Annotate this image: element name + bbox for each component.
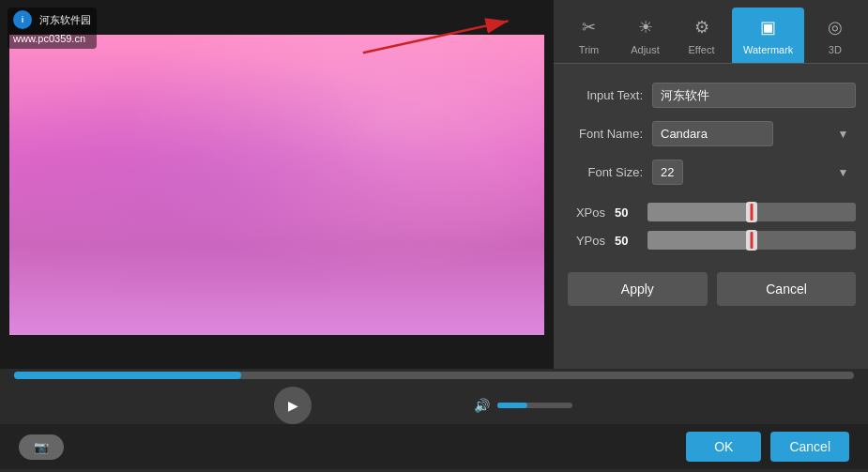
volume-icon: 🔊	[474, 398, 490, 413]
xpos-label: XPos	[568, 206, 605, 220]
ypos-slider[interactable]	[647, 231, 856, 250]
progress-track[interactable]	[14, 372, 854, 379]
font-size-arrow: ▼	[837, 166, 848, 179]
tab-effect[interactable]: ⚙ Effect	[676, 8, 727, 63]
font-size-label: Font Size:	[568, 165, 643, 179]
tab-adjust[interactable]: ☀ Adjust	[619, 8, 671, 63]
logo-line1: 河东软件园	[39, 14, 91, 25]
bottom-actions: 📷 OK Cancel	[0, 424, 868, 469]
bottom-right-buttons: OK Cancel	[686, 432, 849, 462]
font-size-wrapper: 10 12 14 16 18 20 22 24 28 32 ▼	[652, 160, 856, 185]
ypos-row: YPos 50	[568, 231, 856, 250]
controls-row: ▶ 🔊	[0, 387, 868, 424]
volume-fill	[497, 403, 527, 408]
progress-bar-area	[0, 372, 868, 379]
logo-circle: i	[13, 10, 32, 29]
play-button[interactable]: ▶	[274, 387, 312, 424]
ypos-value: 50	[615, 234, 638, 248]
adjust-icon: ☀	[632, 13, 660, 41]
top-area: i 河东软件园 www.pc0359.cn	[0, 0, 868, 369]
video-preview	[9, 35, 544, 335]
tab-3d[interactable]: ◎ 3D	[809, 8, 860, 63]
video-area: i 河东软件园 www.pc0359.cn	[0, 0, 554, 369]
progress-fill	[14, 372, 241, 379]
font-size-select[interactable]: 10 12 14 16 18 20 22 24 28 32	[652, 160, 683, 185]
ypos-mark	[751, 232, 754, 249]
bottom-cancel-button[interactable]: Cancel	[770, 432, 849, 462]
3d-icon: ◎	[821, 13, 849, 41]
screenshot-button[interactable]: 📷	[19, 434, 64, 460]
slider-section: XPos 50 YPos 50	[568, 203, 856, 250]
bottom-bar: ▶ 🔊 📷 OK Cancel	[0, 369, 868, 472]
trim-icon: ✂	[575, 13, 603, 41]
ypos-label: YPos	[568, 234, 605, 248]
cancel-button[interactable]: Cancel	[717, 272, 857, 306]
ypos-fill	[647, 231, 752, 250]
font-name-wrapper: Candara Arial Times New Roman Verdana Ge…	[652, 121, 856, 146]
tab-watermark[interactable]: ▣ Watermark	[732, 8, 804, 63]
action-buttons: Apply Cancel	[568, 272, 856, 306]
input-text-label: Input Text:	[568, 88, 643, 102]
font-name-label: Font Name:	[568, 127, 643, 141]
ok-button[interactable]: OK	[686, 432, 761, 462]
xpos-mark	[751, 204, 754, 221]
tab-3d-label: 3D	[829, 44, 842, 55]
tab-trim-label: Trim	[579, 44, 600, 55]
apply-button[interactable]: Apply	[568, 272, 708, 306]
xpos-value: 50	[615, 206, 638, 220]
play-btn-wrapper: ▶	[200, 387, 386, 424]
video-preview-inner	[9, 35, 544, 335]
font-name-arrow: ▼	[837, 128, 848, 141]
xpos-fill	[647, 203, 752, 221]
xpos-row: XPos 50	[568, 203, 856, 221]
right-panel: ✂ Trim ☀ Adjust ⚙ Effect ▣ Watermark ◎	[554, 0, 868, 369]
logo-overlay: i 河东软件园 www.pc0359.cn	[8, 8, 97, 49]
app-container: i 河东软件园 www.pc0359.cn	[0, 0, 868, 472]
xpos-slider[interactable]	[647, 203, 856, 221]
input-text-field[interactable]	[652, 83, 856, 108]
effect-icon: ⚙	[688, 13, 716, 41]
logo-line2: www.pc0359.cn	[13, 33, 85, 44]
volume-track[interactable]	[497, 403, 572, 408]
volume-wrapper: 🔊	[387, 398, 854, 413]
font-size-row: Font Size: 10 12 14 16 18 20 22 24 28	[568, 160, 856, 185]
tab-adjust-label: Adjust	[631, 44, 660, 55]
tab-watermark-label: Watermark	[743, 44, 793, 55]
toolbar: ✂ Trim ☀ Adjust ⚙ Effect ▣ Watermark ◎	[554, 0, 868, 64]
watermark-icon: ▣	[754, 13, 783, 41]
panel-content: Input Text: Font Name: Candara Arial Tim…	[554, 64, 868, 369]
tab-trim[interactable]: ✂ Trim	[563, 8, 615, 63]
tab-effect-label: Effect	[689, 44, 715, 55]
font-name-row: Font Name: Candara Arial Times New Roman…	[568, 121, 856, 146]
input-text-row: Input Text:	[568, 83, 856, 108]
font-name-select[interactable]: Candara Arial Times New Roman Verdana Ge…	[652, 121, 773, 146]
